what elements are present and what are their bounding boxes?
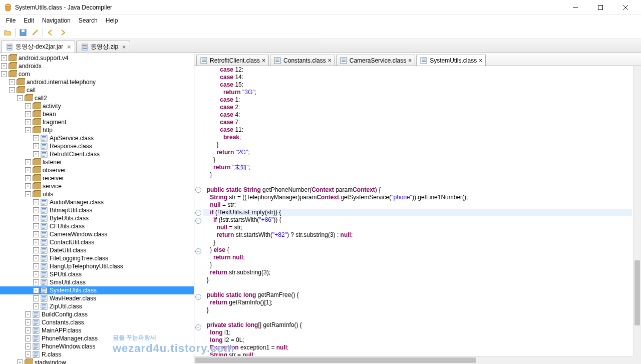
expand-toggle[interactable]: +: [33, 143, 39, 149]
expand-toggle[interactable]: +: [25, 343, 31, 349]
editor-tab[interactable]: SystemUtils.class×: [416, 55, 486, 66]
close-tab-icon[interactable]: ×: [328, 57, 332, 64]
vertical-scrollbar[interactable]: [633, 66, 641, 356]
hscroll-thumb[interactable]: [195, 357, 476, 363]
expand-toggle[interactable]: +: [25, 319, 31, 325]
tree-class-node[interactable]: +DateUtil.class: [0, 246, 194, 254]
expand-toggle[interactable]: +: [25, 327, 31, 333]
expand-toggle[interactable]: −: [17, 95, 23, 101]
menu-help[interactable]: Help: [102, 16, 122, 25]
fold-toggle[interactable]: −: [195, 294, 201, 300]
expand-toggle[interactable]: +: [33, 151, 39, 157]
expand-toggle[interactable]: +: [33, 279, 39, 285]
menu-navigation[interactable]: Navigation: [38, 16, 75, 25]
package-tree[interactable]: +android.support.v4+androidx−com+android…: [0, 53, 194, 364]
tree-class-node[interactable]: +CFUtils.class: [0, 222, 194, 230]
expand-toggle[interactable]: −: [25, 191, 31, 197]
tree-class-node[interactable]: +CameraWindow.class: [0, 230, 194, 238]
tree-package-node[interactable]: +listener: [0, 158, 194, 166]
expand-toggle[interactable]: −: [9, 87, 15, 93]
expand-toggle[interactable]: −: [1, 71, 7, 77]
expand-toggle[interactable]: +: [25, 103, 31, 109]
fold-toggle[interactable]: −: [195, 218, 201, 224]
editor-tab[interactable]: Constants.class×: [270, 55, 335, 66]
editor-tab[interactable]: RetrofitClient.class×: [196, 55, 269, 66]
menu-search[interactable]: Search: [75, 16, 102, 25]
expand-toggle[interactable]: +: [33, 255, 39, 261]
jar-tab[interactable]: 동영상.zip×: [76, 41, 130, 53]
expand-toggle[interactable]: +: [25, 183, 31, 189]
expand-toggle[interactable]: +: [9, 79, 15, 85]
tree-class-node[interactable]: +SPUtil.class: [0, 270, 194, 278]
expand-toggle[interactable]: +: [33, 247, 39, 253]
editor-tab[interactable]: CameraService.class×: [336, 55, 415, 66]
tree-class-node[interactable]: +PhoneWindow.class: [0, 342, 194, 350]
wand-icon[interactable]: [30, 27, 41, 38]
expand-toggle[interactable]: −: [25, 127, 31, 133]
tree-package-node[interactable]: +android.internal.telephony: [0, 78, 194, 86]
expand-toggle[interactable]: +: [25, 111, 31, 117]
tree-package-node[interactable]: −call: [0, 86, 194, 94]
tree-package-node[interactable]: −call2: [0, 94, 194, 102]
tree-class-node[interactable]: +SystemUtils.class: [0, 286, 194, 294]
tree-class-node[interactable]: +ApiService.class: [0, 134, 194, 142]
tree-class-node[interactable]: +Constants.class: [0, 318, 194, 326]
fold-toggle[interactable]: −: [195, 187, 201, 193]
tree-class-node[interactable]: +ContactUtil.class: [0, 238, 194, 246]
tree-class-node[interactable]: +HangUpTelephonyUtil.class: [0, 262, 194, 270]
expand-toggle[interactable]: +: [25, 175, 31, 181]
maximize-button[interactable]: [589, 0, 612, 15]
close-tab-icon[interactable]: ×: [262, 57, 265, 64]
jar-tab[interactable]: 동영상-dex2jar.jar×: [1, 41, 75, 53]
close-tab-icon[interactable]: ×: [67, 44, 71, 51]
tree-package-node[interactable]: +receiver: [0, 174, 194, 182]
expand-toggle[interactable]: +: [33, 303, 39, 309]
tree-class-node[interactable]: +RetrofitClient.class: [0, 150, 194, 158]
close-button[interactable]: [614, 0, 637, 15]
expand-toggle[interactable]: +: [33, 263, 39, 269]
tree-package-node[interactable]: +activity: [0, 102, 194, 110]
tree-class-node[interactable]: +BitmapUtil.class: [0, 206, 194, 214]
save-icon[interactable]: [18, 27, 29, 38]
expand-toggle[interactable]: +: [1, 63, 7, 69]
tree-class-node[interactable]: +WavHeader.class: [0, 294, 194, 302]
tree-package-node[interactable]: +observer: [0, 166, 194, 174]
expand-toggle[interactable]: +: [33, 239, 39, 245]
back-icon[interactable]: [45, 27, 56, 38]
tree-class-node[interactable]: +AudioManager.class: [0, 198, 194, 206]
open-file-icon[interactable]: [2, 27, 13, 38]
expand-toggle[interactable]: +: [33, 207, 39, 213]
tree-class-node[interactable]: +SmsUtil.class: [0, 278, 194, 286]
tree-package-node[interactable]: +service: [0, 182, 194, 190]
expand-toggle[interactable]: +: [25, 159, 31, 165]
menu-edit[interactable]: Edit: [20, 16, 38, 25]
expand-toggle[interactable]: +: [25, 119, 31, 125]
close-tab-icon[interactable]: ×: [122, 44, 126, 51]
expand-toggle[interactable]: +: [33, 287, 39, 293]
expand-toggle[interactable]: +: [1, 55, 7, 61]
tree-class-node[interactable]: +MainAPP.class: [0, 326, 194, 334]
tree-package-node[interactable]: +stadwindow: [0, 358, 194, 364]
fold-toggle[interactable]: −: [195, 210, 201, 216]
tree-package-node[interactable]: −utils: [0, 190, 194, 198]
expand-toggle[interactable]: +: [17, 359, 23, 364]
tree-package-node[interactable]: −http: [0, 126, 194, 134]
vscroll-thumb[interactable]: [634, 260, 640, 325]
close-tab-icon[interactable]: ×: [408, 57, 412, 64]
tree-class-node[interactable]: +ZipUtil.class: [0, 302, 194, 310]
expand-toggle[interactable]: +: [33, 135, 39, 141]
tree-package-node[interactable]: +androidx: [0, 62, 194, 70]
tree-package-node[interactable]: −com: [0, 70, 194, 78]
expand-toggle[interactable]: +: [33, 199, 39, 205]
expand-toggle[interactable]: +: [25, 311, 31, 317]
fold-toggle[interactable]: −: [195, 248, 201, 254]
horizontal-scrollbar[interactable]: [194, 356, 633, 364]
tree-class-node[interactable]: +Response.class: [0, 142, 194, 150]
expand-toggle[interactable]: +: [25, 351, 31, 357]
fold-toggle[interactable]: −: [195, 324, 201, 330]
minimize-button[interactable]: [564, 0, 587, 15]
tree-class-node[interactable]: +BuildConfig.class: [0, 310, 194, 318]
forward-icon[interactable]: [57, 27, 68, 38]
code-text[interactable]: case 12: case 14: case 15: return "3G"; …: [202, 66, 633, 356]
expand-toggle[interactable]: +: [33, 215, 39, 221]
